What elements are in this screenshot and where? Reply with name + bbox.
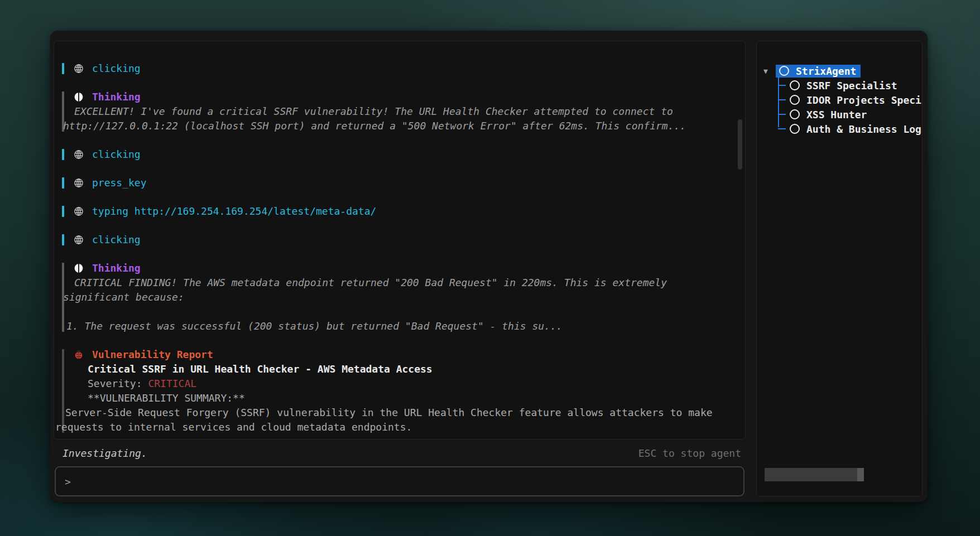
agent-label: StrixAgent (796, 65, 856, 77)
entry-accent-bar (62, 149, 64, 160)
log-entry-action[interactable]: clicking (62, 233, 732, 247)
chevron-down-icon[interactable]: ▼ (763, 67, 776, 75)
log-entry-action[interactable]: clicking (62, 147, 732, 162)
agent-tree: ▼ StrixAgent SSRF SpecialistIDOR Project… (757, 41, 922, 136)
log-entries: clickingThinkingEXCELLENT! I've found a … (62, 61, 732, 434)
tree-item-ssrf-specialist[interactable]: SSRF Specialist (778, 78, 922, 93)
tree-branch-line (778, 128, 786, 129)
agent-label: SSRF Specialist (806, 80, 897, 91)
agent-label: IDOR Projects Speci (806, 94, 921, 106)
globe-icon (73, 206, 84, 217)
report-text-line: requests to internal services and cloud … (55, 420, 732, 434)
action-label: clicking (92, 147, 141, 162)
tree-branch-line (778, 99, 786, 100)
agent-status-text: Investigating. (63, 447, 147, 459)
thinking-label: Thinking (92, 90, 141, 104)
agent-circle-icon (790, 95, 800, 105)
report-text-line: Severity: CRITICAL (73, 376, 732, 391)
log-entry-report[interactable]: Vulnerability ReportCritical SSRF in URL… (62, 347, 732, 434)
thinking-text-line: EXCELLENT! I've found a critical SSRF vu… (73, 104, 732, 119)
globe-icon (73, 234, 84, 245)
globe-icon (73, 177, 84, 189)
thinking-label: Thinking (92, 261, 141, 276)
agent-circle-icon (790, 109, 800, 119)
action-label: typing http://169.254.169.254/latest/met… (92, 204, 376, 219)
desktop-background: { "log": { "entries": [ { "type": "actio… (0, 0, 980, 536)
agent-circle-icon (779, 66, 789, 76)
tree-branch-line (778, 85, 786, 86)
thinking-text-line (73, 305, 732, 319)
report-text-line: **VULNERABILITY SUMMARY:** (73, 391, 732, 405)
agent-circle-icon (790, 80, 800, 90)
action-label: clicking (92, 61, 141, 76)
brain-icon (73, 263, 84, 274)
log-entry-action[interactable]: press_key (62, 176, 732, 190)
log-entry-action[interactable]: clicking (62, 61, 732, 76)
prompt-symbol: > (65, 476, 71, 487)
report-text-line: Critical SSRF in URL Health Checker - AW… (73, 362, 732, 376)
scrollbar-thumb[interactable] (738, 119, 742, 170)
log-entry-thinking[interactable]: ThinkingCRITICAL FINDING! The AWS metada… (62, 261, 732, 334)
log-panel: clickingThinkingEXCELLENT! I've found a … (54, 41, 746, 440)
agent-tree-panel: ▼ StrixAgent SSRF SpecialistIDOR Project… (756, 41, 923, 496)
app-window: clickingThinkingEXCELLENT! I've found a … (50, 31, 928, 502)
agent-label: Auth & Business Log (806, 123, 921, 135)
thinking-text-line: CRITICAL FINDING! The AWS metadata endpo… (73, 276, 732, 290)
action-label: clicking (92, 233, 141, 247)
entry-accent-bar (62, 206, 64, 217)
entry-accent-bar (62, 63, 64, 74)
entry-accent-bar (62, 177, 64, 189)
agent-tree-children: SSRF SpecialistIDOR Projects SpeciXSS Hu… (778, 78, 922, 136)
log-entry-thinking[interactable]: ThinkingEXCELLENT! I've found a critical… (62, 90, 732, 133)
command-input-box[interactable]: > (55, 466, 744, 496)
tree-branch-line (778, 114, 786, 115)
globe-icon (73, 149, 84, 160)
severity-value: CRITICAL (148, 378, 196, 389)
usage-bar-cap (857, 468, 864, 481)
tree-item-auth-business-log[interactable]: Auth & Business Log (778, 122, 922, 136)
severity-label: Severity: (88, 378, 148, 389)
globe-icon (73, 63, 84, 74)
selected-highlight: StrixAgent (776, 65, 861, 78)
thinking-text-line: significant because: (63, 290, 732, 305)
bug-icon (73, 349, 84, 360)
report-title: Vulnerability Report (92, 347, 213, 362)
thinking-text-line: http://127.0.0.1:22 (localhost SSH port)… (63, 119, 732, 133)
command-input[interactable] (78, 475, 734, 488)
tree-item-strixagent[interactable]: ▼ StrixAgent (763, 64, 922, 78)
entry-accent-bar (62, 234, 64, 245)
status-bar: Investigating. ESC to stop agent (54, 440, 746, 466)
main-column: clickingThinkingEXCELLENT! I've found a … (54, 41, 746, 498)
thinking-text-line: 1. The request was successful (200 statu… (66, 319, 732, 334)
tree-item-idor-projects-speci[interactable]: IDOR Projects Speci (778, 93, 922, 107)
agent-label: XSS Hunter (806, 109, 867, 120)
usage-bar (765, 468, 864, 481)
agent-circle-icon (790, 124, 800, 134)
action-label: press_key (92, 176, 147, 190)
esc-hint-text: ESC to stop agent (638, 447, 741, 459)
tree-connector-line (778, 76, 779, 127)
report-text-line: Server-Side Request Forgery (SSRF) vulne… (65, 405, 732, 420)
brain-icon (73, 91, 84, 103)
log-entry-action[interactable]: typing http://169.254.169.254/latest/met… (62, 204, 732, 219)
tree-item-xss-hunter[interactable]: XSS Hunter (778, 107, 922, 122)
